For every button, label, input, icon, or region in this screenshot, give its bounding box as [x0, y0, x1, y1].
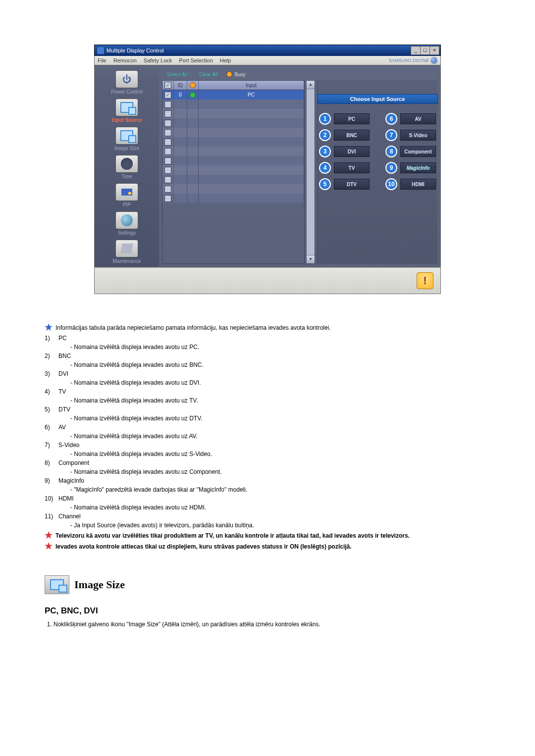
- list-item: 11)Channel- Ja Input Source (ievades avo…: [45, 513, 485, 529]
- source-button-dtv[interactable]: DTV: [334, 179, 370, 190]
- source-button-tv[interactable]: TV: [334, 162, 370, 173]
- sidebar-item-power-control[interactable]: ⏻ Power Control: [111, 70, 142, 95]
- row-checkbox[interactable]: [164, 129, 171, 136]
- list-item: 5)DTV- Nomaina izvēlētā displeja ievades…: [45, 406, 485, 422]
- brand-swirl-icon: [430, 57, 437, 64]
- row-checkbox[interactable]: [164, 195, 171, 202]
- maximize-button[interactable]: □: [420, 46, 430, 55]
- row-checkbox[interactable]: [164, 139, 171, 146]
- table-row[interactable]: [162, 109, 304, 118]
- close-button[interactable]: ×: [429, 46, 439, 55]
- number-badge: 7: [385, 129, 397, 141]
- col-checkbox[interactable]: ✓: [162, 81, 174, 90]
- row-checkbox[interactable]: [164, 186, 171, 193]
- row-input: [199, 194, 304, 203]
- menubar: File Remocon Safety Lock Port Selection …: [94, 56, 441, 65]
- sidebar-item-settings[interactable]: Settings: [115, 211, 138, 236]
- input-source-icon: [115, 99, 138, 116]
- row-id: [174, 156, 187, 165]
- row-checkbox[interactable]: [164, 157, 171, 164]
- scroll-up-icon[interactable]: ▲: [307, 81, 315, 89]
- table-row[interactable]: [162, 156, 304, 165]
- source-button-svideo[interactable]: S-Video: [400, 130, 436, 141]
- row-checkbox[interactable]: [164, 120, 171, 127]
- table-row[interactable]: [162, 147, 304, 156]
- section-title: Image Size: [74, 578, 125, 591]
- row-id: [174, 118, 187, 128]
- source-button-hdmi[interactable]: HDMI: [400, 179, 436, 190]
- scroll-down-icon[interactable]: ▼: [307, 255, 315, 263]
- star-icon: ★: [45, 532, 52, 539]
- number-badge: 10: [385, 178, 397, 190]
- number-badge: 8: [385, 146, 397, 157]
- menu-help[interactable]: Help: [220, 57, 231, 63]
- row-id: [174, 128, 187, 137]
- list-item: 3)DVI- Nomaina izvēlētā displeja ievades…: [45, 370, 485, 386]
- table-row[interactable]: [162, 100, 304, 109]
- row-id: [174, 109, 187, 118]
- source-button-magicinfo[interactable]: MagicInfo: [400, 162, 436, 173]
- alert-icon[interactable]: !: [417, 272, 433, 289]
- section-heading: Image Size: [45, 575, 485, 594]
- number-badge: 3: [319, 146, 331, 157]
- row-id: [174, 147, 187, 156]
- row-checkbox[interactable]: [164, 176, 171, 183]
- subsection-heading: PC, BNC, DVI: [45, 606, 485, 616]
- sidebar-item-image-size[interactable]: Image Size: [114, 127, 139, 151]
- step-1: Noklikšķiniet galveno ikonu "Image Size"…: [54, 621, 485, 628]
- sidebar-item-pip[interactable]: PIP: [115, 183, 138, 207]
- number-badge: 4: [319, 162, 331, 174]
- row-checkbox[interactable]: [164, 101, 171, 108]
- table-row[interactable]: [162, 137, 304, 147]
- table-row[interactable]: [162, 175, 304, 184]
- minimize-button[interactable]: _: [411, 46, 421, 55]
- row-input: [199, 147, 304, 156]
- pip-icon: [115, 183, 138, 201]
- sidebar-item-time[interactable]: Time: [115, 155, 138, 179]
- menu-safety-lock[interactable]: Safety Lock: [144, 57, 172, 63]
- image-size-icon: [115, 127, 138, 145]
- row-input: [199, 118, 304, 128]
- source-button-component[interactable]: Component: [400, 146, 436, 157]
- table-row[interactable]: [162, 128, 304, 137]
- intro-text: Informācijas tabula parāda nepieciešamo …: [55, 324, 331, 332]
- number-badge: 9: [385, 162, 397, 174]
- source-button-dvi[interactable]: DVI: [334, 146, 370, 157]
- table-row[interactable]: [162, 165, 304, 175]
- col-status: [187, 81, 199, 90]
- row-input: PC: [199, 90, 304, 100]
- clear-all-button[interactable]: Clear All: [196, 71, 220, 78]
- row-checkbox[interactable]: [164, 167, 171, 174]
- row-input: [199, 137, 304, 147]
- sidebar-item-label: Settings: [118, 230, 136, 236]
- menu-remocon[interactable]: Remocon: [113, 57, 137, 63]
- select-all-button[interactable]: Select All: [164, 71, 190, 78]
- list-item: 4)TV- Nomaina izvēlētā displeja ievades …: [45, 388, 485, 404]
- sidebar-item-maintenance[interactable]: Maintenance: [112, 240, 141, 264]
- row-input: [199, 175, 304, 184]
- main-pane: Select All Clear All Busy ✓ ID Input: [159, 65, 440, 267]
- time-icon: [115, 155, 138, 173]
- sidebar-item-input-source[interactable]: Input Source: [111, 99, 142, 123]
- table-row[interactable]: [162, 194, 304, 203]
- star-icon: ★: [45, 324, 52, 331]
- row-checkbox[interactable]: ✓: [164, 92, 171, 99]
- menu-port-selection[interactable]: Port Selection: [179, 57, 213, 63]
- row-checkbox[interactable]: [164, 148, 171, 155]
- menu-file[interactable]: File: [98, 57, 107, 63]
- row-id: [174, 175, 187, 184]
- source-button-pc[interactable]: PC: [334, 113, 370, 124]
- row-checkbox[interactable]: [164, 110, 171, 117]
- table-row[interactable]: [162, 118, 304, 128]
- status-dot-icon: [190, 92, 196, 98]
- number-badge: 1: [319, 113, 331, 125]
- table-row[interactable]: ✓0PC: [162, 90, 304, 100]
- scrollbar[interactable]: ▲ ▼: [307, 80, 315, 264]
- source-button-bnc[interactable]: BNC: [334, 130, 370, 141]
- source-button-av[interactable]: AV: [400, 113, 436, 124]
- table-row[interactable]: [162, 184, 304, 194]
- list-item: 10)HDMI- Nomaina izvēlētā displeja ievad…: [45, 495, 485, 511]
- sidebar-item-label: Time: [121, 174, 132, 179]
- list-item: 7)S-Video- Nomaina izvēlētā displeja iev…: [45, 442, 485, 457]
- list-item: 9)MagicInfo- "MagicInfo" paredzētā ievad…: [45, 477, 485, 493]
